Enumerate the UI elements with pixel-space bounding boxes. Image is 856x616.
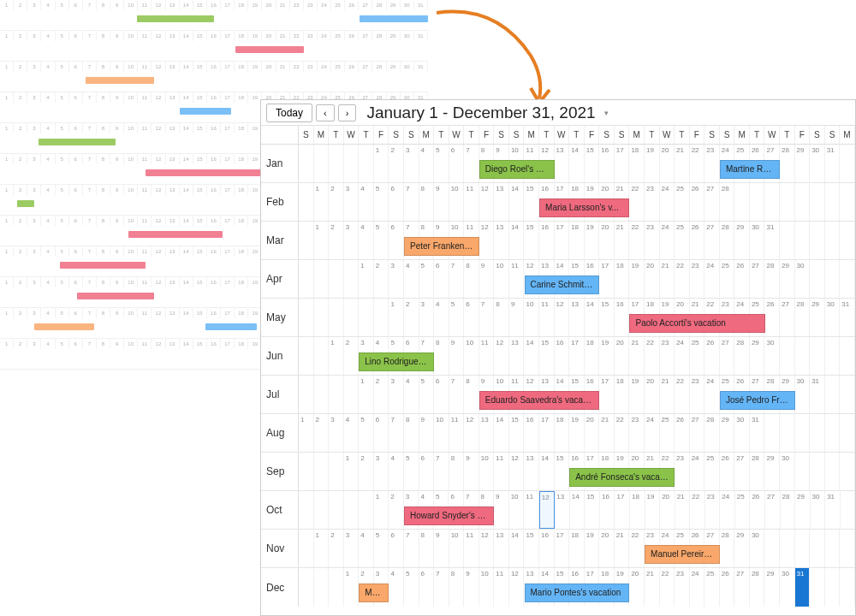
day-cell[interactable]: 28 (720, 530, 735, 567)
day-cell[interactable]: 3 (344, 222, 360, 259)
day-cell[interactable]: 11 (479, 337, 495, 375)
day-cell[interactable]: 30 (810, 145, 825, 182)
day-cell[interactable]: 25 (675, 222, 690, 259)
day-cell[interactable]: 6 (449, 145, 465, 182)
day-cell[interactable]: 25 (660, 414, 675, 452)
day-cell[interactable]: 11 (524, 491, 539, 529)
day-cell[interactable]: 19 (599, 337, 615, 375)
day-cell[interactable]: 23 (675, 568, 690, 607)
day-cell[interactable]: 15 (585, 491, 600, 529)
day-cell[interactable]: 29 (764, 568, 780, 607)
day-cell[interactable]: 3 (389, 260, 404, 298)
day-cell[interactable]: 11 (494, 568, 509, 607)
day-cell[interactable]: 8 (434, 337, 449, 375)
day-cell[interactable]: 21 (660, 376, 675, 413)
day-cell[interactable]: 7 (449, 376, 465, 413)
day-cell[interactable]: 2 (344, 337, 360, 375)
calendar-event[interactable]: Maria Larsson's v... (539, 198, 629, 217)
day-cell[interactable]: 4 (389, 568, 404, 607)
day-cell[interactable]: 12 (479, 222, 495, 259)
day-cell[interactable]: 18 (615, 376, 630, 413)
day-cell[interactable]: 28 (750, 568, 765, 607)
day-cell[interactable]: 28 (734, 337, 750, 375)
day-cell[interactable]: 31 (795, 568, 811, 607)
day-cell[interactable]: 9 (479, 260, 495, 298)
day-cell[interactable]: 11 (509, 260, 525, 298)
day-cell[interactable]: 4 (359, 222, 374, 259)
day-cell[interactable]: 1 (299, 414, 314, 452)
day-cell[interactable]: 6 (464, 299, 479, 336)
day-cell[interactable]: 23 (705, 491, 721, 529)
day-cell[interactable]: 30 (764, 337, 780, 375)
calendar-event[interactable]: José Pedro Freyre... (720, 391, 795, 410)
day-cell[interactable]: 4 (359, 183, 374, 221)
day-cell[interactable]: 9 (494, 491, 509, 529)
day-cell[interactable]: 14 (585, 299, 600, 336)
day-cell[interactable]: 3 (404, 145, 419, 182)
day-cell[interactable]: 6 (374, 414, 389, 452)
day-cell[interactable]: 10 (449, 530, 465, 567)
day-cell[interactable]: 26 (690, 183, 705, 221)
day-cell[interactable]: 12 (464, 414, 479, 452)
day-cell[interactable]: 14 (494, 414, 509, 452)
calendar-event[interactable]: Peter Franken's v... (404, 237, 479, 256)
day-cell[interactable]: 17 (615, 491, 630, 529)
day-cell[interactable]: 1 (374, 145, 389, 182)
day-cell[interactable]: 2 (329, 183, 344, 221)
day-cell[interactable]: 28 (720, 222, 735, 259)
day-cell[interactable]: 28 (750, 453, 765, 490)
day-cell[interactable]: 14 (569, 145, 585, 182)
day-cell[interactable]: 2 (389, 145, 404, 182)
day-cell[interactable]: 16 (615, 299, 630, 336)
day-cell[interactable]: 20 (585, 414, 600, 452)
day-cell[interactable]: 29 (734, 222, 750, 259)
day-cell[interactable]: 24 (704, 376, 720, 413)
day-cell[interactable]: 23 (690, 376, 705, 413)
day-cell[interactable]: 29 (780, 260, 795, 298)
day-cell[interactable]: 21 (645, 568, 660, 607)
day-cell[interactable]: 12 (479, 183, 495, 221)
day-cell[interactable]: 8 (404, 414, 419, 452)
day-cell[interactable]: 19 (629, 376, 645, 413)
day-cell[interactable]: 16 (555, 337, 570, 375)
day-cell[interactable]: 26 (720, 568, 735, 607)
day-cell[interactable]: 7 (404, 183, 419, 221)
next-button[interactable]: › (338, 104, 357, 121)
day-cell[interactable]: 13 (479, 414, 495, 452)
calendar-event[interactable]: Martine Ran... (720, 160, 780, 179)
day-cell[interactable]: 21 (675, 145, 690, 182)
day-cell[interactable]: 22 (690, 491, 705, 529)
day-cell[interactable]: 29 (750, 337, 765, 375)
day-cell[interactable]: 9 (434, 183, 449, 221)
day-cell[interactable]: 10 (509, 491, 525, 529)
day-cell[interactable]: 17 (555, 222, 570, 259)
day-cell[interactable]: 29 (764, 453, 780, 490)
day-cell[interactable]: 15 (599, 299, 615, 336)
calendar-event[interactable]: André Fonseca's vacation (569, 468, 675, 487)
day-cell[interactable]: 28 (795, 299, 811, 336)
day-cell[interactable]: 6 (419, 568, 435, 607)
day-cell[interactable]: 8 (419, 530, 435, 567)
day-cell[interactable]: 30 (750, 222, 765, 259)
calendar-event[interactable]: Manu... (359, 583, 389, 602)
day-cell[interactable]: 8 (449, 453, 465, 490)
day-cell[interactable]: 9 (449, 337, 465, 375)
day-cell[interactable]: 26 (704, 337, 720, 375)
day-cell[interactable]: 13 (509, 337, 525, 375)
day-cell[interactable]: 27 (734, 453, 750, 490)
calendar-event[interactable]: Paolo Accorti's vacation (629, 314, 764, 333)
day-cell[interactable]: 15 (585, 145, 600, 182)
day-cell[interactable]: 4 (404, 376, 419, 413)
day-cell[interactable]: 23 (690, 260, 705, 298)
day-cell[interactable]: 28 (781, 491, 796, 529)
day-cell[interactable]: 28 (764, 260, 780, 298)
day-cell[interactable]: 22 (690, 145, 705, 182)
day-cell[interactable]: 1 (359, 376, 374, 413)
day-cell[interactable]: 13 (524, 453, 539, 490)
day-cell[interactable]: 7 (464, 145, 479, 182)
day-cell[interactable]: 1 (359, 260, 374, 298)
day-cell[interactable]: 9 (464, 568, 479, 607)
day-cell[interactable]: 16 (539, 530, 555, 567)
day-cell[interactable]: 30 (780, 453, 795, 490)
day-cell[interactable]: 29 (795, 491, 811, 529)
